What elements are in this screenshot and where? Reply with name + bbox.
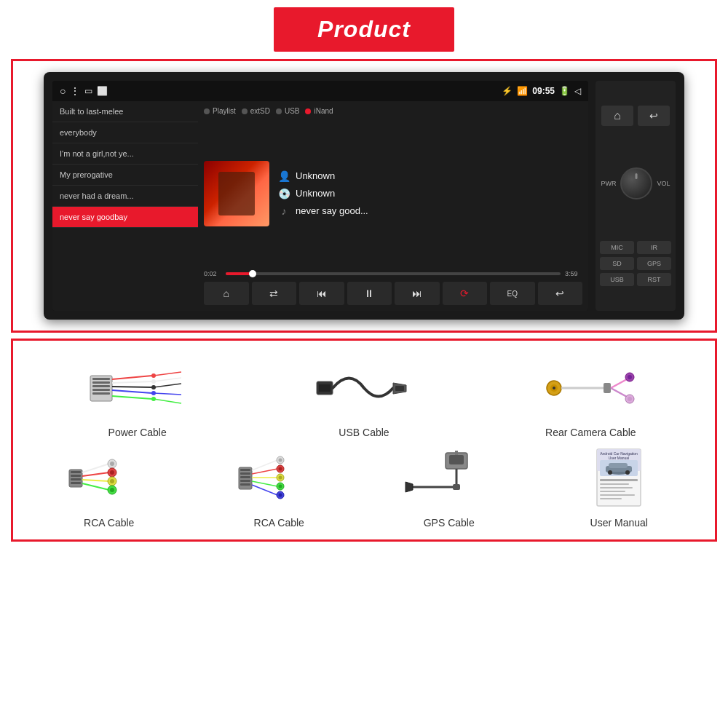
svg-line-61 — [252, 481, 277, 486]
repeat-btn[interactable]: ⟳ — [443, 282, 488, 305]
svg-rect-4 — [92, 389, 110, 391]
home-btn[interactable]: ⌂ — [601, 106, 633, 126]
playlist-panel: Built to last-melee everybody I'm not a … — [52, 101, 198, 311]
svg-point-51 — [110, 488, 114, 492]
svg-point-70 — [279, 485, 282, 488]
svg-point-85 — [608, 470, 612, 475]
rca-cable-1-item: RCA Cable — [44, 446, 175, 529]
media-content: Built to last-melee everybody I'm not a … — [52, 101, 588, 311]
tab-extsd[interactable]: extSD — [242, 107, 270, 115]
svg-rect-2 — [92, 381, 110, 384]
svg-rect-77 — [453, 484, 460, 490]
user-manual-image: Android Car Navigation User Manual — [590, 446, 648, 511]
svg-rect-23 — [395, 386, 404, 391]
playlist-item[interactable]: never had a dream... — [52, 186, 198, 207]
progress-bar[interactable] — [226, 272, 561, 275]
tab-bar: Playlist extSD USB — [204, 107, 582, 115]
tab-dot-extsd — [242, 108, 248, 114]
phone-icon: ⬜ — [97, 86, 108, 96]
svg-point-72 — [279, 494, 282, 497]
mic-btn[interactable]: MIC — [600, 241, 634, 254]
svg-rect-84 — [609, 463, 628, 468]
tab-usb-label: USB — [285, 107, 300, 115]
tab-extsd-label: extSD — [250, 107, 270, 115]
prev-btn[interactable]: ⏮ — [299, 282, 344, 305]
svg-line-43 — [82, 483, 109, 490]
tab-dot-inand — [305, 108, 311, 114]
svg-line-7 — [112, 381, 152, 383]
svg-point-68 — [279, 476, 282, 480]
svg-rect-57 — [240, 483, 250, 486]
track-title: never say good... — [296, 205, 368, 216]
svg-rect-5 — [92, 392, 110, 395]
play-pause-btn[interactable]: ⏸ — [347, 282, 392, 305]
ir-btn[interactable]: IR — [637, 241, 671, 254]
volume-knob[interactable] — [620, 167, 652, 199]
album-info: 👤 Unknown 💿 Unknown ♪ never say good... — [204, 121, 582, 266]
rst-btn[interactable]: RST — [637, 273, 671, 286]
svg-rect-75 — [455, 451, 458, 455]
artist-row: 👤 Unknown — [278, 170, 368, 182]
playlist-item[interactable]: My prerogative — [52, 165, 198, 186]
svg-rect-39 — [71, 482, 81, 484]
svg-point-49 — [110, 479, 114, 483]
svg-rect-91 — [600, 494, 635, 496]
product-section: ○ ⋮ ▭ ⬜ ⚡ 📶 09:55 🔋 ◁ — [11, 59, 717, 333]
usb-btn[interactable]: USB — [600, 273, 634, 286]
page-wrapper: Product ○ ⋮ ▭ ⬜ ⚡ 📶 09:55 — [0, 0, 728, 728]
artist-name: Unknown — [296, 170, 335, 181]
next-btn[interactable]: ⏭ — [395, 282, 440, 305]
gps-cable-svg — [402, 449, 496, 507]
svg-point-47 — [110, 470, 114, 475]
svg-point-86 — [625, 470, 630, 475]
svg-rect-87 — [600, 479, 638, 481]
svg-text:User Manual: User Manual — [609, 456, 629, 460]
playlist-item-active[interactable]: never say goodbay — [52, 207, 198, 228]
playlist-item[interactable]: Built to last-melee — [52, 101, 198, 122]
album-row: 💿 Unknown — [278, 188, 368, 199]
usb-cable-label: USB Cable — [339, 427, 389, 438]
tab-inand[interactable]: iNand — [305, 107, 333, 115]
tab-usb[interactable]: USB — [276, 107, 300, 115]
person-icon: 👤 — [278, 170, 290, 182]
current-time: 0:02 — [204, 270, 221, 277]
playlist-item[interactable]: I'm not a girl,not ye... — [52, 143, 198, 165]
power-cable-image — [87, 355, 189, 421]
bluetooth-icon: ⚡ — [502, 86, 513, 96]
time-display: 09:55 — [532, 86, 555, 96]
svg-line-62 — [252, 485, 277, 495]
tab-inand-label: iNand — [314, 107, 333, 115]
vol-label: VOL — [657, 180, 670, 187]
sd-btn[interactable]: SD — [600, 257, 634, 270]
eq-btn[interactable]: EQ — [490, 282, 535, 305]
wifi-icon: 📶 — [517, 86, 528, 96]
shuffle-btn[interactable]: ⇄ — [252, 282, 297, 305]
svg-rect-54 — [240, 472, 250, 475]
svg-line-41 — [82, 472, 109, 476]
svg-rect-28 — [604, 383, 611, 393]
back-control-btn[interactable]: ↩ — [538, 282, 583, 305]
tab-playlist[interactable]: Playlist — [204, 107, 236, 115]
back-arrow-icon: ◁ — [574, 86, 581, 96]
rca-cable-2-image — [235, 446, 323, 511]
svg-rect-88 — [600, 483, 629, 485]
svg-line-59 — [252, 469, 277, 474]
home-control-btn[interactable]: ⌂ — [204, 282, 249, 305]
status-bar: ○ ⋮ ▭ ⬜ ⚡ 📶 09:55 🔋 ◁ — [52, 81, 588, 101]
gps-cable-label: GPS Cable — [424, 517, 475, 529]
pwr-section: PWR — [601, 180, 616, 187]
back-btn[interactable]: ↩ — [638, 106, 670, 126]
pwr-vol-section: PWR VOL — [601, 167, 670, 199]
accessories-row-2: RCA Cable — [28, 446, 700, 529]
gps-btn[interactable]: GPS — [637, 257, 671, 270]
svg-rect-92 — [600, 498, 622, 499]
pwr-label: PWR — [601, 180, 616, 187]
screen-area: ○ ⋮ ▭ ⬜ ⚡ 📶 09:55 🔋 ◁ — [52, 81, 588, 311]
circle-icon: ○ — [60, 85, 66, 97]
status-icons-left: ○ ⋮ ▭ ⬜ — [60, 85, 108, 97]
power-cable-label: Power Cable — [108, 427, 167, 438]
svg-rect-53 — [240, 469, 250, 471]
svg-rect-22 — [319, 384, 331, 392]
power-cable-item: Power Cable — [72, 355, 203, 438]
playlist-item[interactable]: everybody — [52, 122, 198, 143]
